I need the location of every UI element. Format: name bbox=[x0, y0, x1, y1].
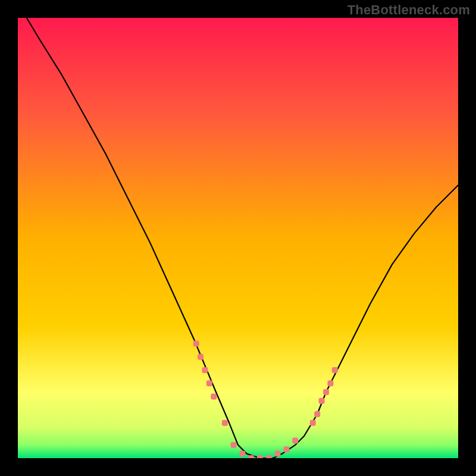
highlight-dot bbox=[266, 455, 272, 458]
highlight-dot bbox=[248, 455, 254, 458]
chart-background bbox=[18, 18, 458, 458]
highlight-dot bbox=[222, 420, 228, 426]
highlight-dot bbox=[193, 341, 199, 347]
highlight-dot bbox=[292, 437, 298, 443]
chart-frame: TheBottleneck.com bbox=[0, 0, 476, 476]
highlight-dot bbox=[202, 367, 208, 373]
highlight-dot bbox=[314, 411, 320, 417]
highlight-dot bbox=[275, 451, 281, 457]
highlight-dot bbox=[211, 393, 217, 399]
highlight-dot bbox=[257, 455, 263, 458]
highlight-dot bbox=[323, 389, 329, 395]
watermark-text: TheBottleneck.com bbox=[347, 2, 470, 18]
highlight-dot bbox=[319, 398, 325, 404]
highlight-dot bbox=[310, 420, 316, 426]
chart-svg bbox=[18, 18, 458, 458]
highlight-dot bbox=[239, 451, 245, 457]
highlight-dot bbox=[206, 380, 212, 386]
highlight-dot bbox=[327, 380, 333, 386]
highlight-dot bbox=[231, 442, 237, 448]
chart-plot-area bbox=[18, 18, 458, 458]
highlight-dot bbox=[332, 367, 338, 373]
highlight-dot bbox=[283, 446, 289, 452]
highlight-dot bbox=[198, 354, 203, 360]
